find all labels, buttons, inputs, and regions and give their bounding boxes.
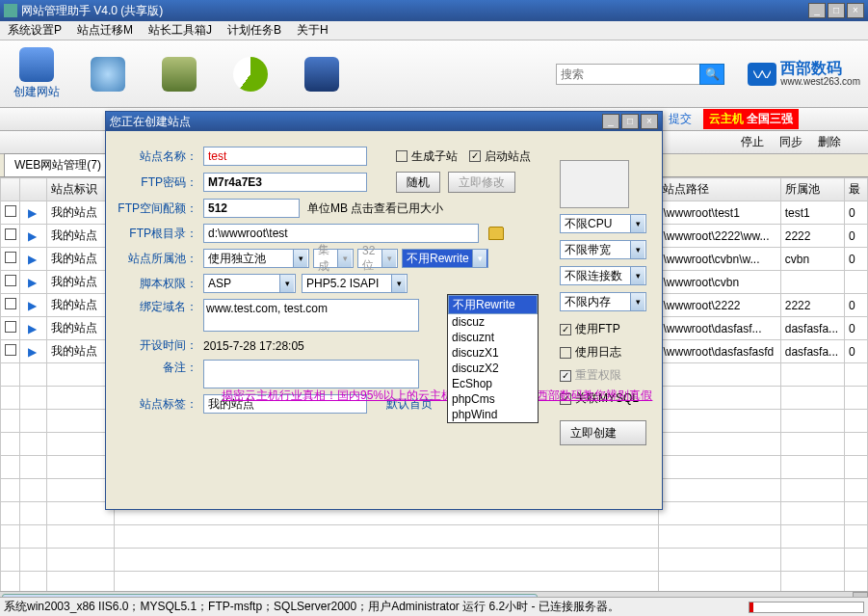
close-button[interactable]: × — [847, 3, 864, 18]
tool-4[interactable] — [222, 57, 279, 92]
create-button[interactable]: 立即创建 — [560, 420, 646, 445]
expand-icon[interactable]: ▶ — [28, 322, 37, 335]
child-site-check[interactable] — [396, 150, 408, 162]
rewrite-select[interactable]: 不用Rewrite — [402, 249, 488, 268]
db-icon — [91, 57, 125, 92]
row-check[interactable] — [5, 205, 16, 217]
random-button[interactable]: 随机 — [396, 172, 440, 193]
dialog-maximize[interactable]: □ — [621, 114, 639, 129]
expand-icon[interactable]: ▶ — [28, 253, 37, 266]
dropdown-item[interactable]: 不用Rewrite — [448, 295, 538, 314]
promo-text[interactable]: 揭密云主机行业真相！国内95%以上的云主机是假云、是VPS 西部数码教您辨别真假 — [222, 388, 652, 404]
dialog-minimize[interactable]: _ — [602, 114, 619, 129]
expand-icon[interactable]: ▶ — [28, 229, 37, 243]
stack-icon — [162, 57, 197, 92]
limit-mem[interactable]: 不限内存 — [560, 292, 646, 311]
menu-about[interactable]: 关于H — [289, 22, 336, 39]
dropdown-item[interactable]: discuzX2 — [448, 361, 538, 376]
menu-migrate[interactable]: 站点迁移M — [69, 22, 141, 39]
pie-icon — [233, 57, 268, 92]
tool-2[interactable] — [79, 57, 137, 92]
status-text: 系统win2003_x86 IIS6.0；MYSQL5.1；FTP-msftp；… — [4, 599, 619, 615]
dialog-titlebar: 您正在创建站点 _ □ × — [106, 112, 662, 131]
menu-tools[interactable]: 站长工具箱J — [141, 22, 220, 39]
dialog-close[interactable]: × — [641, 114, 658, 129]
tool-3[interactable] — [150, 57, 208, 92]
submit-link[interactable]: 提交 — [663, 111, 697, 127]
tool-create-site[interactable]: 创建网站 — [8, 47, 66, 100]
menubar: 系统设置P 站点迁移M 站长工具箱J 计划任务B 关于H — [0, 21, 868, 40]
row-check[interactable] — [5, 298, 16, 309]
col-check[interactable] — [1, 178, 20, 201]
limit-bw[interactable]: 不限带宽 — [560, 240, 646, 259]
root-input[interactable] — [203, 224, 479, 243]
note-input[interactable] — [203, 360, 419, 388]
quota-input[interactable] — [203, 199, 300, 218]
search-input[interactable] — [556, 64, 700, 85]
expand-icon[interactable]: ▶ — [28, 345, 37, 359]
integration-select: 集成 — [313, 249, 354, 268]
stop-button[interactable]: 停止 — [733, 134, 772, 150]
toolbar: 创建网站 🔍 西部数码www.west263.com — [0, 40, 868, 108]
modify-button: 立即修改 — [448, 172, 515, 193]
perm-check — [560, 370, 571, 382]
dialog-side-panel: 不限CPU 不限带宽 不限连接数 不限内存 使用FTP 使用日志 重置权限 关联… — [560, 160, 652, 452]
row-check[interactable] — [5, 228, 16, 240]
dropdown-item[interactable]: discuz — [448, 314, 538, 330]
script-select[interactable]: ASP — [203, 274, 296, 293]
expand-icon[interactable]: ▶ — [28, 206, 37, 220]
dropdown-item[interactable]: phpCms — [448, 391, 538, 407]
sync-button[interactable]: 同步 — [772, 134, 810, 150]
bit-select: 32位 — [357, 249, 398, 268]
tools-icon — [19, 47, 54, 82]
minimize-button[interactable]: _ — [808, 3, 826, 18]
row-check[interactable] — [5, 344, 16, 356]
dropdown-item[interactable]: discuzX1 — [448, 345, 538, 361]
monitor-icon — [304, 57, 339, 92]
limit-conn[interactable]: 不限连接数 — [560, 266, 646, 285]
row-check[interactable] — [5, 252, 16, 263]
logo-icon — [748, 63, 776, 86]
row-check[interactable] — [5, 275, 16, 286]
ftp-pwd-input[interactable] — [203, 173, 367, 192]
expand-icon[interactable]: ▶ — [28, 276, 37, 289]
dropdown-item[interactable]: EcShop — [448, 376, 538, 391]
col-path[interactable]: 站点路径 — [659, 178, 780, 201]
dropdown-item[interactable]: phpWind — [448, 407, 538, 422]
search-button[interactable]: 🔍 — [699, 64, 724, 85]
maximize-button[interactable]: □ — [828, 3, 845, 18]
browse-folder-icon[interactable] — [488, 227, 504, 240]
tool-5[interactable] — [293, 57, 351, 92]
create-time: 2015-7-28 17:28:05 — [203, 339, 304, 353]
log-check[interactable] — [560, 347, 571, 359]
main-titlebar: 网站管理助手 V4.0 (共享版) _ □ × — [0, 0, 868, 21]
tab-web[interactable]: WEB网站管理(7) — [4, 153, 112, 176]
create-site-dialog: 您正在创建站点 _ □ × 站点名称： 生成子站 启动站点 FTP密码： 随机 … — [105, 111, 663, 510]
preview-box — [560, 160, 629, 208]
rewrite-dropdown[interactable]: 不用RewritediscuzdiscuzntdiscuzX1discuzX2E… — [447, 294, 539, 423]
delete-button[interactable]: 删除 — [810, 134, 849, 150]
start-site-check[interactable] — [469, 150, 481, 162]
col-pool[interactable]: 所属池 — [780, 178, 844, 201]
site-name-input[interactable] — [203, 147, 367, 166]
progress-bar — [749, 602, 864, 613]
pool-select[interactable]: 使用独立池 — [203, 249, 309, 268]
dialog-title: 您正在创建站点 — [110, 114, 191, 130]
menu-tasks[interactable]: 计划任务B — [220, 22, 289, 39]
logo[interactable]: 西部数码www.west263.com — [748, 61, 860, 87]
menu-system[interactable]: 系统设置P — [0, 22, 69, 39]
php-select[interactable]: PHP5.2 ISAPI — [302, 274, 408, 293]
domain-input[interactable]: www.test.com, test.com — [203, 299, 419, 332]
expand-icon[interactable]: ▶ — [28, 299, 37, 312]
col-last[interactable]: 最 — [844, 178, 867, 201]
dropdown-item[interactable]: discuznt — [448, 330, 538, 345]
window-title: 网站管理助手 V4.0 (共享版) — [21, 3, 163, 19]
quota-hint[interactable]: 单位MB 点击查看已用大小 — [307, 201, 443, 217]
ftp-check[interactable] — [560, 324, 571, 335]
app-icon — [4, 4, 17, 17]
banner: 云主机 全国三强 — [703, 109, 799, 129]
limit-cpu[interactable]: 不限CPU — [560, 214, 646, 233]
statusbar: 系统win2003_x86 IIS6.0；MYSQL5.1；FTP-msftp；… — [0, 597, 868, 616]
row-check[interactable] — [5, 321, 16, 333]
